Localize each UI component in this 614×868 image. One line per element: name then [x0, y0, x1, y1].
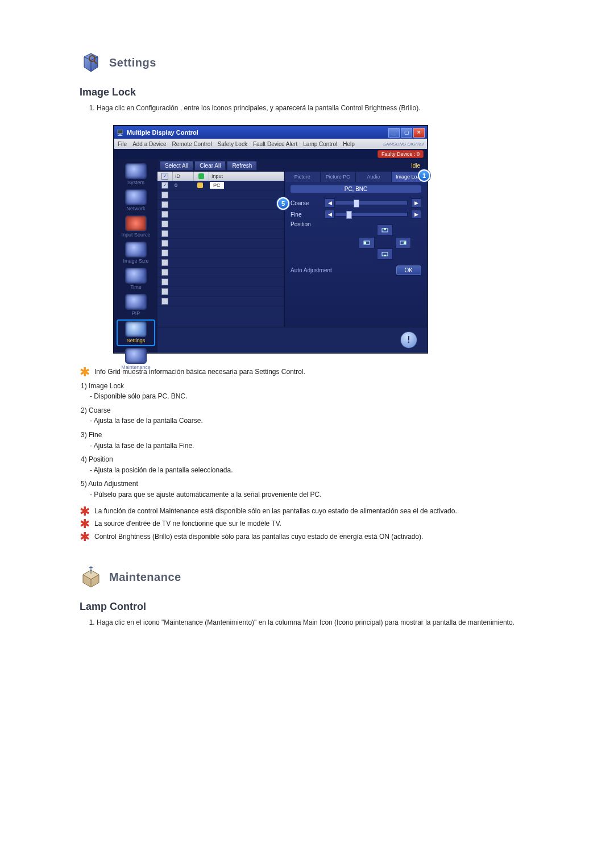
grid-row: [157, 258, 284, 268]
select-all-button[interactable]: Select All: [160, 161, 193, 171]
info-icon: !: [401, 332, 417, 348]
image-lock-heading: Image Lock: [80, 86, 534, 98]
fine-decrease-button[interactable]: ◀: [325, 210, 335, 219]
row-input: PC: [210, 182, 224, 189]
nav-network-label: Network: [126, 206, 145, 211]
maintenance-instruction-list: Haga clic en el icono "Maintenance (Mant…: [86, 618, 534, 626]
svg-rect-6: [404, 242, 406, 244]
app-icon: 🖥️: [117, 130, 123, 136]
minimize-button[interactable]: _: [388, 128, 400, 138]
grid-row: [157, 268, 284, 277]
position-up-button[interactable]: [377, 225, 393, 236]
lamp-control-heading: Lamp Control: [80, 601, 534, 613]
nav-input-source[interactable]: Input Source: [118, 215, 154, 240]
position-left-button[interactable]: [359, 237, 375, 248]
grid-row: [157, 210, 284, 219]
nav-input-source-label: Input Source: [121, 232, 150, 238]
titlebar: 🖥️ Multiple Display Control _ ▢ ✕: [114, 126, 427, 139]
coarse-label: Coarse: [291, 200, 325, 206]
maintenance-section-header: Maintenance: [80, 566, 534, 588]
settings-title: Settings: [109, 56, 156, 69]
ok-button[interactable]: OK: [396, 265, 421, 275]
clear-all-button[interactable]: Clear All: [194, 161, 226, 171]
grid-row: [157, 239, 284, 248]
position-right-button[interactable]: [395, 237, 411, 248]
refresh-button[interactable]: Refresh: [227, 161, 257, 171]
grid-col-id: ID: [173, 172, 194, 181]
nav-system[interactable]: System: [118, 163, 154, 188]
grid-header: ID Input: [157, 172, 284, 181]
grid-row: [157, 219, 284, 229]
settings-cube-icon: [80, 51, 102, 74]
status-dot-icon: [198, 173, 204, 179]
grid-row[interactable]: 0 PC: [157, 181, 284, 190]
settings-instruction-list: Haga clic en Configuración , entre los i…: [86, 104, 534, 112]
callout-1: 1: [418, 169, 430, 182]
warn-1: ✱ La función de control Maintenance está…: [80, 506, 534, 517]
star-icon: ✱: [80, 533, 90, 544]
grid-row: [157, 200, 284, 210]
faulty-device-badge: Faulty Device : 0: [377, 150, 424, 158]
menu-add-device[interactable]: Add a Device: [132, 141, 166, 147]
nav-image-size-label: Image Size: [123, 258, 148, 264]
position-label: Position: [291, 221, 325, 227]
menubar: File Add a Device Remote Control Safety …: [114, 139, 427, 149]
menu-safety-lock[interactable]: Safety Lock: [218, 141, 247, 147]
tab-picture-pc[interactable]: Picture PC: [321, 172, 356, 182]
tab-picture[interactable]: Picture: [285, 172, 321, 182]
row-checkbox[interactable]: [161, 182, 168, 189]
grid-row: [157, 297, 284, 306]
grid-row: [157, 229, 284, 239]
header-checkbox[interactable]: [161, 173, 168, 180]
grid-body: 0 PC: [157, 181, 284, 327]
star-icon: ✱: [80, 520, 90, 531]
app-screenshot: 🖥️ Multiple Display Control _ ▢ ✕ File A…: [114, 126, 534, 353]
nav-system-label: System: [127, 180, 144, 185]
left-nav: System Network Input Source Image Size T…: [114, 159, 157, 352]
warn-3: ✱ Control Brightness (Brillo) está dispo…: [80, 531, 534, 542]
maximize-button[interactable]: ▢: [401, 128, 412, 138]
coarse-decrease-button[interactable]: ◀: [325, 198, 335, 207]
settings-instruction-1: Haga clic en Configuración , entre los i…: [97, 104, 534, 112]
maintenance-box-icon: [80, 566, 102, 588]
coarse-increase-button[interactable]: ▶: [411, 198, 421, 207]
fine-label: Fine: [291, 211, 325, 218]
close-button[interactable]: ✕: [413, 128, 425, 138]
maintenance-instruction-1: Haga clic en el icono "Maintenance (Mant…: [97, 618, 534, 626]
menu-help[interactable]: Help: [343, 141, 355, 147]
warn-2: ✱ La source d'entrée de TV ne fonctionne…: [80, 518, 534, 529]
grid-row: [157, 277, 284, 287]
menu-file[interactable]: File: [118, 141, 127, 147]
mdc-window: 🖥️ Multiple Display Control _ ▢ ✕ File A…: [114, 126, 428, 353]
nav-pip[interactable]: PIP: [118, 293, 154, 318]
star-icon: ✱: [80, 368, 90, 379]
maintenance-title: Maintenance: [109, 571, 181, 584]
grid-col-input: Input: [209, 172, 284, 181]
auto-adjustment-label: Auto Adjustment: [291, 267, 392, 273]
row-status-dot-icon: [197, 182, 203, 188]
nav-pip-label: PIP: [132, 310, 140, 316]
fine-increase-button[interactable]: ▶: [411, 210, 421, 219]
grid-row: [157, 287, 284, 297]
settings-section-header: Settings: [80, 51, 534, 74]
menu-fault-device-alert[interactable]: Fault Device Alert: [253, 141, 297, 147]
svg-rect-8: [384, 255, 386, 256]
grid-row: [157, 190, 284, 200]
fine-slider[interactable]: [335, 212, 408, 217]
source-badge: PC, BNC: [291, 185, 421, 193]
nav-settings[interactable]: Settings: [117, 319, 155, 346]
info-grid-note: ✱ Info Grid muestra información básica n…: [80, 367, 534, 377]
menu-remote-control[interactable]: Remote Control: [172, 141, 212, 147]
nav-time[interactable]: Time: [118, 267, 154, 292]
nav-image-size[interactable]: Image Size: [118, 241, 154, 266]
status-bar: Faulty Device : 0: [114, 149, 427, 159]
menu-lamp-control[interactable]: Lamp Control: [303, 141, 337, 147]
nav-network[interactable]: Network: [118, 189, 154, 214]
svg-rect-2: [384, 228, 386, 230]
svg-rect-4: [364, 242, 366, 244]
nav-time-label: Time: [130, 284, 142, 290]
row-id: 0: [172, 181, 193, 190]
coarse-slider[interactable]: [335, 201, 408, 205]
tab-audio[interactable]: Audio: [356, 172, 392, 182]
position-down-button[interactable]: [377, 248, 393, 260]
